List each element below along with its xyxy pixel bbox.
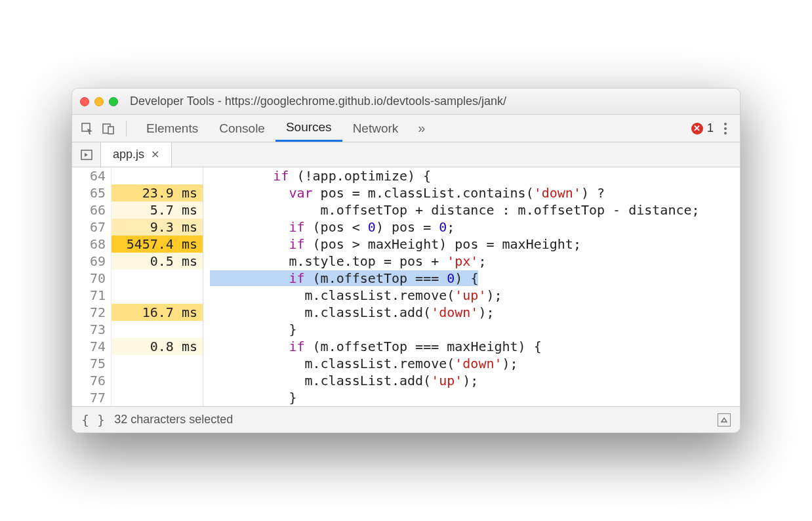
titlebar: Developer Tools - https://googlechrome.g… [72,89,740,115]
statusbar: { } 32 characters selected [72,406,740,432]
tab-sources[interactable]: Sources [275,115,342,142]
line-timing: 5457.4 ms [112,236,203,253]
line-number: 75 [72,355,106,372]
line-timing [112,270,203,287]
main-toolbar: Elements Console Sources Network » ✕ 1 [72,115,740,142]
close-file-icon[interactable]: ✕ [151,148,159,161]
tab-console[interactable]: Console [209,115,275,142]
svg-rect-2 [108,127,113,134]
line-number: 76 [72,372,106,389]
line-timing [112,167,203,184]
status-text: 32 characters selected [114,413,233,427]
line-number: 65 [72,184,106,201]
tab-elements[interactable]: Elements [136,115,209,142]
separator [126,121,127,136]
line-timing: 23.9 ms [112,184,203,201]
code-line[interactable]: m.classList.remove('up'); [210,287,740,304]
device-toggle-icon[interactable] [100,120,117,137]
profiler-timings-gutter: 23.9 ms5.7 ms9.3 ms5457.4 ms0.5 ms16.7 m… [112,167,203,406]
code-content[interactable]: if (!app.optimize) { var pos = m.classLi… [203,167,740,406]
code-editor[interactable]: 6465666768697071727374757677 23.9 ms5.7 … [72,167,740,406]
code-line[interactable]: m.style.top = pos + 'px'; [210,253,740,270]
code-line[interactable]: if (m.offsetTop === 0) { [210,270,740,287]
line-timing [112,389,203,406]
line-timing: 16.7 ms [112,304,203,321]
settings-menu-icon[interactable] [718,123,733,135]
error-count: 1 [707,121,714,135]
close-window-button[interactable] [80,97,89,106]
line-number: 77 [72,389,106,406]
code-line[interactable]: m.classList.remove('down'); [210,355,740,372]
line-number: 66 [72,201,106,219]
line-number: 72 [72,304,106,321]
pretty-print-icon[interactable]: { } [81,412,105,428]
line-number-gutter: 6465666768697071727374757677 [72,167,112,406]
show-drawer-icon[interactable] [718,413,731,427]
error-badge[interactable]: ✕ 1 [691,121,714,135]
line-number: 64 [72,167,106,184]
code-line[interactable]: m.classList.add('down'); [210,304,740,321]
code-line[interactable]: m.classList.add('up'); [210,372,740,389]
inspect-element-icon[interactable] [79,120,96,137]
line-timing [112,321,203,338]
line-timing [112,372,203,389]
minimize-window-button[interactable] [94,97,104,106]
line-timing [112,355,203,372]
devtools-window: Developer Tools - https://googlechrome.g… [71,88,741,433]
code-line[interactable]: } [210,389,740,406]
code-line[interactable]: } [210,321,740,338]
file-tab-app-js[interactable]: app.js ✕ [101,142,172,167]
code-line[interactable]: if (m.offsetTop === maxHeight) { [210,338,740,355]
more-panels-icon[interactable]: » [413,121,430,136]
line-number: 73 [72,321,106,338]
line-number: 71 [72,287,106,304]
code-line[interactable]: if (!app.optimize) { [210,167,740,184]
line-timing: 9.3 ms [112,219,203,236]
code-line[interactable]: m.offsetTop + distance : m.offsetTop - d… [210,201,740,219]
line-timing [112,287,203,304]
error-icon: ✕ [691,123,703,135]
line-number: 67 [72,219,106,236]
line-number: 68 [72,236,106,253]
line-number: 69 [72,253,106,270]
traffic-lights [80,97,118,106]
zoom-window-button[interactable] [109,97,118,106]
line-timing: 5.7 ms [112,201,203,219]
code-line[interactable]: var pos = m.classList.contains('down') ? [210,184,740,201]
tab-network[interactable]: Network [342,115,409,142]
line-timing: 0.5 ms [112,253,203,270]
line-number: 74 [72,338,106,355]
window-title: Developer Tools - https://googlechrome.g… [130,94,506,108]
line-number: 70 [72,270,106,287]
sources-subbar: app.js ✕ [72,142,740,167]
navigator-toggle-icon[interactable] [72,142,101,167]
panel-tabs: Elements Console Sources Network [136,115,409,142]
line-timing: 0.8 ms [112,338,203,355]
code-line[interactable]: if (pos < 0) pos = 0; [210,219,740,236]
code-line[interactable]: if (pos > maxHeight) pos = maxHeight; [210,236,740,253]
file-name: app.js [113,148,144,161]
